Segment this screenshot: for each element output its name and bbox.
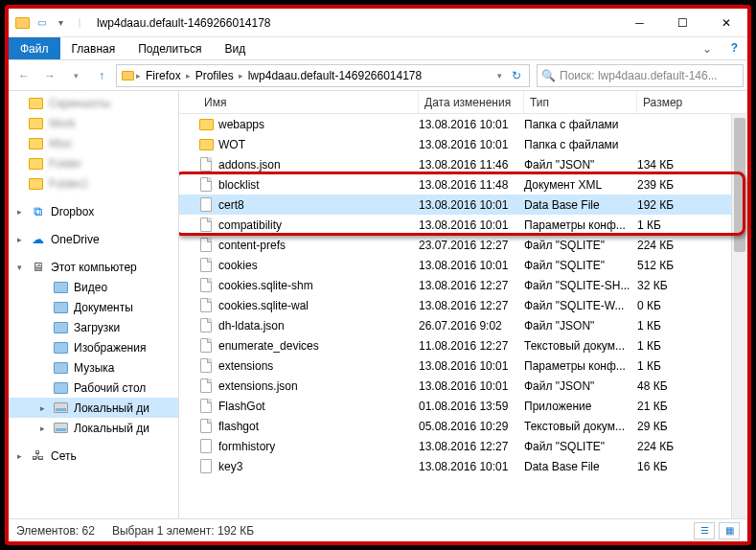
sidebar-item[interactable]: ▸Локальный ди [9,398,178,418]
chevron-right-icon[interactable]: ▸ [14,207,24,217]
file-icon [198,318,214,333]
file-row[interactable]: formhistory 13.08.2016 12:27 Файл "SQLIT… [179,436,747,456]
breadcrumb-item[interactable]: Profiles [191,69,239,82]
file-row[interactable]: WOT 13.08.2016 10:01 Папка с файлами [179,134,747,154]
chevron-right-icon[interactable]: ▸ [14,235,24,244]
nav-back-button[interactable]: ← [12,64,35,87]
sidebar-item-label: Folder [49,157,81,171]
col-type[interactable]: Тип [524,91,637,113]
file-row[interactable]: webapps 13.08.2016 10:01 Папка с файлами [179,114,747,134]
sidebar-item[interactable]: Скриншоты [9,93,178,113]
sidebar-item[interactable]: Misc [9,133,178,153]
chevron-right-icon[interactable]: ▸ [37,403,47,413]
chevron-right-icon[interactable]: ▸ [37,424,47,433]
file-row[interactable]: blocklist 13.08.2016 11:48 Документ XML … [179,174,747,195]
sidebar-item-label: Dropbox [51,205,94,218]
col-size[interactable]: Размер [637,91,747,113]
sidebar-item[interactable]: Folder [9,153,178,173]
ribbon-expand-icon[interactable]: ⌄ [693,37,722,59]
file-row[interactable]: cookies.sqlite-shm 13.08.2016 12:27 Файл… [179,275,747,295]
file-date: 01.08.2016 13:59 [419,400,524,413]
folder-icon [28,176,43,192]
col-date[interactable]: Дата изменения [419,91,524,113]
maximize-button[interactable]: ☐ [661,9,704,36]
nav-forward-button[interactable]: → [38,64,61,87]
file-row[interactable]: FlashGot 01.08.2016 13:59 Приложение 21 … [179,396,747,416]
sidebar-item-label: Этот компьютер [51,261,137,274]
folder-icon [53,360,68,376]
tab-share[interactable]: Поделиться [126,37,213,59]
file-type: Файл "JSON" [524,319,637,332]
chevron-down-icon[interactable]: ▾ [14,263,24,272]
body: СкриншотыWorkMiscFolderFolder2▸⧉Dropbox▸… [9,91,747,518]
view-icons-button[interactable]: ▦ [719,522,740,539]
sidebar-onedrive[interactable]: ▸☁OneDrive [9,229,178,249]
sidebar-item[interactable]: Музыка [9,357,178,378]
scrollbar-thumb[interactable] [734,118,745,252]
nav-pane[interactable]: СкриншотыWorkMiscFolderFolder2▸⧉Dropbox▸… [9,91,179,518]
breadcrumb-item[interactable]: lwp4daau.default-1469266014178 [243,69,427,82]
sidebar-item[interactable]: Видео [9,277,178,297]
file-row[interactable]: content-prefs 23.07.2016 12:27 Файл "SQL… [179,235,747,255]
file-type: Data Base File [524,198,637,212]
file-list[interactable]: webapps 13.08.2016 10:01 Папка с файлами… [179,114,747,518]
sidebar-network[interactable]: ▸🖧Сеть [9,446,178,466]
file-name: extensions.json [218,379,298,393]
dropbox-icon: ⧉ [30,204,45,219]
explorer-window: ▭ ▾ | lwp4daau.default-1469266014178 ─ ☐… [5,5,751,545]
db-icon [198,459,214,474]
sidebar-thispc[interactable]: ▾🖥Этот компьютер [9,257,178,277]
properties-icon[interactable]: ▭ [34,15,49,31]
refresh-icon[interactable]: ↻ [506,69,527,82]
sidebar-item[interactable]: Folder2 [9,173,178,194]
view-details-button[interactable]: ☰ [694,522,715,539]
file-type: Папка с файлами [524,118,637,131]
file-row[interactable]: addons.json 13.08.2016 11:46 Файл "JSON"… [179,154,747,174]
search-input[interactable]: 🔍 Поиск: lwp4daau.default-146... [537,64,744,87]
content-pane: Имя Дата изменения Тип Размер webapps 13… [179,91,747,518]
folder-icon [53,340,68,355]
file-icon [198,258,214,273]
column-headers[interactable]: Имя Дата изменения Тип Размер [179,91,747,114]
file-row[interactable]: dh-ldata.json 26.07.2016 9:02 Файл "JSON… [179,315,747,335]
sidebar-item[interactable]: Рабочий стол [9,378,178,398]
file-row[interactable]: cookies 13.08.2016 10:01 Файл "SQLITE" 5… [179,255,747,275]
sidebar-item-label: Загрузки [74,321,120,334]
tab-view[interactable]: Вид [213,37,257,59]
sidebar-item[interactable]: Work [9,113,178,133]
file-type: Файл "SQLITE-SH... [524,279,637,292]
address-bar[interactable]: ▸ Firefox ▸ Profiles ▸ lwp4daau.default-… [116,64,530,87]
breadcrumb-item[interactable]: Firefox [141,69,186,82]
sidebar-item[interactable]: Документы [9,297,178,317]
nav-up-button[interactable]: ↑ [90,64,113,87]
file-row[interactable]: extensions.json 13.08.2016 10:01 Файл "J… [179,376,747,396]
file-row[interactable]: key3 13.08.2016 10:01 Data Base File 16 … [179,456,747,476]
file-row[interactable]: enumerate_devices 11.08.2016 12:27 Текст… [179,335,747,355]
qat-dropdown-icon[interactable]: ▾ [53,15,68,31]
chevron-right-icon[interactable]: ▸ [14,451,24,461]
address-dropdown-icon[interactable]: ▾ [497,71,506,80]
scrollbar[interactable] [731,114,747,518]
help-icon[interactable]: ? [722,37,747,59]
nav-history-button[interactable]: ▾ [64,64,87,87]
file-date: 13.08.2016 11:48 [419,178,524,192]
sidebar-item[interactable]: ▸Локальный ди [9,418,178,438]
file-row[interactable]: cookies.sqlite-wal 13.08.2016 12:27 Файл… [179,295,747,315]
file-date: 23.07.2016 12:27 [419,239,524,252]
file-row[interactable]: extensions 13.08.2016 10:01 Параметры ко… [179,355,747,376]
tab-home[interactable]: Главная [60,37,127,59]
file-row[interactable]: cert8 13.08.2016 10:01 Data Base File 19… [179,195,747,215]
file-date: 13.08.2016 12:27 [419,440,524,453]
sidebar-item[interactable]: Загрузки [9,317,178,337]
sidebar-item-label: Видео [74,281,107,294]
tab-file[interactable]: Файл [9,37,60,59]
file-icon [198,399,214,414]
minimize-button[interactable]: ─ [618,9,661,36]
sidebar-item[interactable]: Изображения [9,337,178,357]
folder-icon [53,300,68,315]
file-row[interactable]: flashgot 05.08.2016 10:29 Текстовый доку… [179,416,747,436]
file-row[interactable]: compatibility 13.08.2016 10:01 Параметры… [179,215,747,235]
sidebar-dropbox[interactable]: ▸⧉Dropbox [9,201,178,221]
close-button[interactable]: ✕ [704,9,747,36]
col-name[interactable]: Имя [198,91,419,113]
